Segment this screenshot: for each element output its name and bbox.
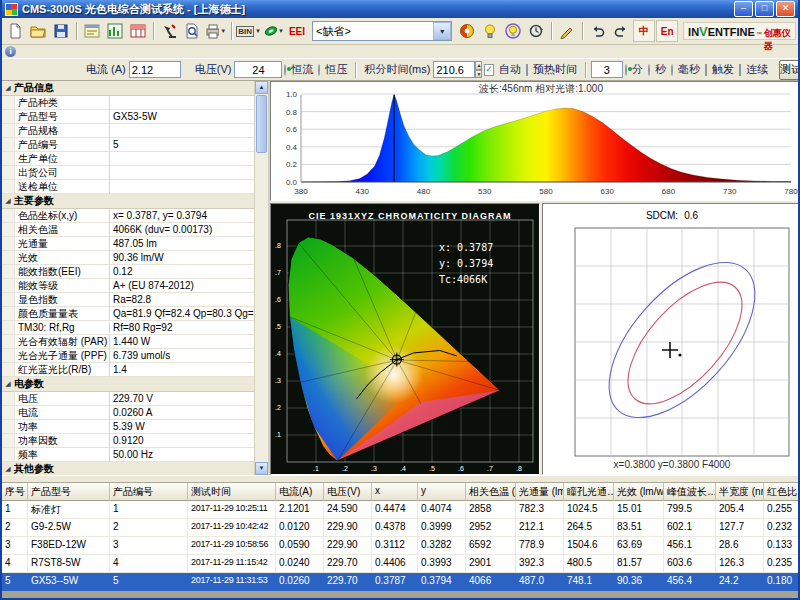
column-header[interactable]: 序号 xyxy=(2,483,28,501)
property-row[interactable]: 光通量487.05 lm xyxy=(2,237,254,251)
property-row[interactable]: 电流0.0260 A xyxy=(2,406,254,420)
property-row[interactable]: 光效90.36 lm/W xyxy=(2,251,254,265)
voltage-input[interactable] xyxy=(234,61,282,78)
save-button[interactable] xyxy=(50,20,72,42)
column-header[interactable]: 峰值波长… xyxy=(664,483,716,501)
seconds-radio[interactable] xyxy=(648,64,650,76)
print-button[interactable]: ▼ xyxy=(204,20,227,42)
minimize-button[interactable]: – xyxy=(734,1,753,17)
preheat-checkbox[interactable] xyxy=(526,64,528,76)
property-row[interactable]: 生产单位 xyxy=(2,152,254,166)
milliseconds-radio[interactable] xyxy=(671,64,673,76)
column-header[interactable]: 相关色温 (K) xyxy=(466,483,516,501)
column-header[interactable]: 产品编号 xyxy=(110,483,188,501)
color-sphere-button[interactable] xyxy=(456,20,478,42)
spin-up-icon[interactable]: ▲ xyxy=(475,61,482,70)
property-row[interactable]: 功率因数0.9120 xyxy=(2,434,254,448)
property-row[interactable]: 出货公司 xyxy=(2,166,254,180)
property-value[interactable]: 5.39 W xyxy=(110,421,254,432)
property-value[interactable]: 5 xyxy=(110,139,254,150)
auto-checkbox[interactable]: ✓ xyxy=(484,64,494,76)
integration-spinner[interactable]: ▲▼ xyxy=(475,61,482,78)
maximize-button[interactable]: □ xyxy=(755,1,774,17)
info-icon[interactable]: i xyxy=(5,46,16,57)
history-button[interactable] xyxy=(525,20,547,42)
lang-en-button[interactable]: En xyxy=(656,20,678,42)
edit-button[interactable] xyxy=(556,20,578,42)
chart-button[interactable] xyxy=(104,20,126,42)
report-button[interactable] xyxy=(81,20,103,42)
property-value[interactable]: Ra=82.8 xyxy=(110,294,254,305)
property-row[interactable]: 产品种类 xyxy=(2,96,254,110)
column-header[interactable]: 半宽度 (nm) xyxy=(716,483,764,501)
property-value[interactable]: 6.739 umol/s xyxy=(110,350,254,361)
property-row[interactable]: 光合有效辐射 (PAR)1.440 W xyxy=(2,335,254,349)
close-button[interactable]: ✕ xyxy=(776,1,795,17)
property-row[interactable]: 光合光子通量 (PPF)6.739 umol/s xyxy=(2,349,254,363)
preset-combobox[interactable]: <缺省> ▼ xyxy=(312,21,452,41)
property-section-header[interactable]: ◢主要参数 xyxy=(2,194,254,209)
property-scrollbar[interactable]: ▲ ▼ xyxy=(254,81,268,475)
horizontal-splitter[interactable] xyxy=(2,475,798,483)
column-header[interactable]: 瞳孔光通… xyxy=(564,483,614,501)
combo-dropdown-icon[interactable]: ▼ xyxy=(433,22,451,40)
property-row[interactable]: 显色指数Ra=82.8 xyxy=(2,293,254,307)
property-row[interactable]: TM30: Rf,RgRf=80 Rg=92 xyxy=(2,321,254,335)
property-value[interactable]: 1.4 xyxy=(110,364,254,375)
column-header[interactable]: 电流(A) xyxy=(276,483,324,501)
property-row[interactable]: 送检单位 xyxy=(2,180,254,194)
column-header[interactable]: 电压(V) xyxy=(324,483,372,501)
bulb-on-button[interactable] xyxy=(502,20,524,42)
property-row[interactable]: 相关色温4066K (duv= 0.00173) xyxy=(2,223,254,237)
property-value[interactable]: Qa=81.9 Qf=82.4 Qp=80.3 Qg=90.1 xyxy=(110,308,254,319)
column-header[interactable]: 光效 (lm/w) xyxy=(614,483,664,501)
property-row[interactable]: 能效等级A+ (EU 874-2012) xyxy=(2,279,254,293)
lamp-test-button[interactable] xyxy=(158,20,180,42)
property-section-header[interactable]: ◢电参数 xyxy=(2,377,254,392)
table-row[interactable]: 4R7ST8-5W42017-11-29 11:15:420.0240229.7… xyxy=(2,555,798,573)
property-row[interactable]: 产品规格 xyxy=(2,124,254,138)
property-value[interactable]: GX53-5W xyxy=(110,111,254,122)
property-value[interactable]: 4066K (duv= 0.00173) xyxy=(110,224,254,235)
minutes-radio[interactable] xyxy=(625,64,627,76)
property-row[interactable]: 能效指数(EEI)0.12 xyxy=(2,265,254,279)
table-row[interactable]: 2G9-2.5W22017-11-29 10:42:420.0120229.90… xyxy=(2,519,798,537)
constant-voltage-radio[interactable] xyxy=(318,64,320,76)
bulb-off-button[interactable] xyxy=(479,20,501,42)
preheat-time-input[interactable] xyxy=(591,61,623,78)
property-value[interactable]: 229.70 V xyxy=(110,393,254,404)
continuous-checkbox[interactable] xyxy=(739,64,741,76)
new-file-button[interactable] xyxy=(4,20,26,42)
property-section-header[interactable]: ◢其他参数 xyxy=(2,462,254,475)
title-bar[interactable]: CMS-3000S 光色电综合测试系统 - [上海德士] – □ ✕ xyxy=(2,0,798,18)
property-value[interactable]: 1.440 W xyxy=(110,336,254,347)
property-row[interactable]: 红光蓝光比(R/B)1.4 xyxy=(2,363,254,377)
column-header[interactable]: 产品型号 xyxy=(28,483,110,501)
print-preview-button[interactable] xyxy=(181,20,203,42)
property-row[interactable]: 电压229.70 V xyxy=(2,392,254,406)
bin-button[interactable]: BIN▼ xyxy=(236,20,261,42)
property-row[interactable]: 频率50.00 Hz xyxy=(2,448,254,462)
property-row[interactable]: 色品坐标(x,y)x= 0.3787, y= 0.3794 xyxy=(2,209,254,223)
property-section-header[interactable]: ◢产品信息 xyxy=(2,81,254,96)
scroll-up-icon[interactable]: ▲ xyxy=(255,81,268,94)
undo-button[interactable] xyxy=(587,20,609,42)
scroll-track[interactable] xyxy=(255,154,268,462)
property-value[interactable]: 50.00 Hz xyxy=(110,449,254,460)
property-value[interactable]: x= 0.3787, y= 0.3794 xyxy=(110,210,254,221)
property-value[interactable]: 0.9120 xyxy=(110,435,254,446)
marker-button[interactable]: ▼ xyxy=(262,20,285,42)
integration-input[interactable] xyxy=(433,61,475,78)
open-file-button[interactable] xyxy=(27,20,49,42)
property-row[interactable]: 产品编号5 xyxy=(2,138,254,152)
data-table-button[interactable] xyxy=(127,20,149,42)
column-header[interactable]: 测试时间 xyxy=(188,483,276,501)
spin-down-icon[interactable]: ▼ xyxy=(475,70,482,79)
property-row[interactable]: 颜色质量量表Qa=81.9 Qf=82.4 Qp=80.3 Qg=90.1 xyxy=(2,307,254,321)
test-button[interactable]: 测试 xyxy=(779,60,800,80)
column-header[interactable]: 光通量 (lm) xyxy=(516,483,564,501)
table-row[interactable]: 1标准灯12017-11-29 10:25:112.120124.5900.44… xyxy=(2,501,798,519)
column-header[interactable]: 红色比 xyxy=(764,483,798,501)
property-value[interactable]: 90.36 lm/W xyxy=(110,252,254,263)
eei-button[interactable]: EEI xyxy=(286,20,308,42)
